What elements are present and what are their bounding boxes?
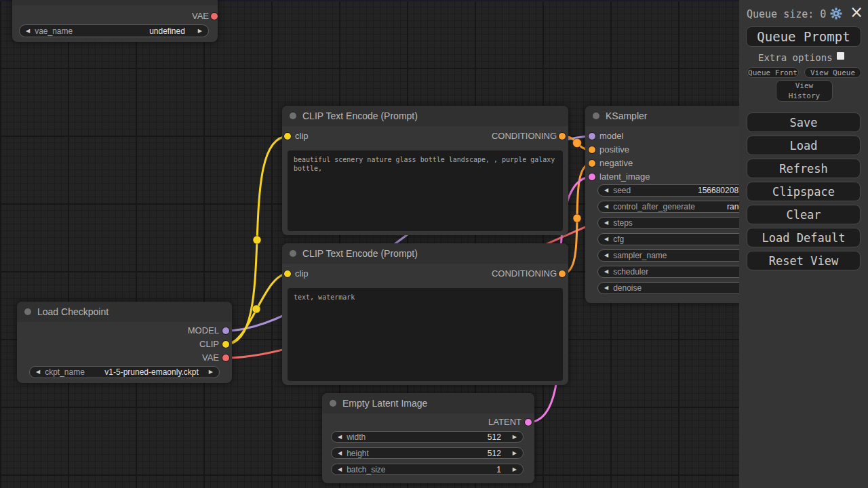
- output-slot-vae[interactable]: [211, 13, 218, 20]
- reset-view-button[interactable]: Reset View: [747, 251, 861, 270]
- widget-label: steps: [613, 218, 633, 228]
- input-slot-clip[interactable]: [284, 270, 291, 277]
- widget-label: batch_size: [347, 465, 385, 474]
- next-arrow-icon[interactable]: ▶: [513, 467, 517, 472]
- prev-arrow-icon[interactable]: ◀: [338, 434, 342, 440]
- prompt-textarea[interactable]: beautiful scenery nature glass bottle la…: [288, 150, 563, 231]
- queue-size-label: Queue size: 0: [747, 8, 826, 20]
- node-title-bar[interactable]: CLIP Text Encode (Prompt): [282, 106, 568, 126]
- node-title: Load Checkpoint: [37, 306, 108, 317]
- view-history-button[interactable]: View History: [776, 80, 833, 102]
- prev-arrow-icon[interactable]: ◀: [338, 451, 342, 456]
- queue-prompt-button[interactable]: Queue Prompt: [746, 26, 861, 47]
- collapse-dot-icon[interactable]: [593, 113, 599, 119]
- node-clip-text-encode-negative[interactable]: CLIP Text Encode (Prompt) clip CONDITION…: [282, 243, 568, 385]
- height-widget[interactable]: ◀ height 512 ▶: [331, 447, 524, 459]
- collapse-dot-icon[interactable]: [24, 308, 31, 315]
- next-arrow-icon[interactable]: ▶: [513, 451, 517, 456]
- vae-name-widget[interactable]: ◀ vae_name undefined ▶: [19, 24, 209, 37]
- width-widget[interactable]: ◀ width 512 ▶: [331, 431, 524, 443]
- prev-arrow-icon[interactable]: ◀: [604, 220, 608, 226]
- collapse-dot-icon[interactable]: [330, 400, 336, 407]
- output-label-conditioning: CONDITIONING: [492, 131, 557, 141]
- close-icon[interactable]: ×: [850, 3, 863, 22]
- wire-clip-positive: [226, 136, 288, 344]
- widget-label: vae_name: [35, 26, 73, 36]
- next-arrow-icon[interactable]: ▶: [198, 28, 202, 34]
- prev-arrow-icon[interactable]: ◀: [338, 467, 342, 472]
- widget-label: ckpt_name: [45, 367, 85, 377]
- collapse-dot-icon[interactable]: [290, 113, 296, 119]
- extra-options-label: Extra options: [758, 52, 833, 63]
- output-label-model: MODEL: [188, 326, 219, 336]
- input-slot-model[interactable]: [589, 133, 595, 140]
- widget-label: cfg: [613, 235, 624, 244]
- node-title-bar[interactable]: [12, 0, 218, 5]
- input-label-clip: clip: [295, 269, 309, 279]
- save-button[interactable]: Save: [747, 113, 861, 132]
- input-slot-negative[interactable]: [589, 160, 595, 167]
- prev-arrow-icon[interactable]: ◀: [604, 237, 608, 242]
- widget-label: scheduler: [613, 267, 648, 277]
- refresh-button[interactable]: Refresh: [747, 159, 861, 178]
- input-slot-positive[interactable]: [589, 146, 595, 153]
- input-label-positive: positive: [599, 145, 629, 155]
- widget-value: 1: [496, 465, 501, 474]
- node-title-bar[interactable]: Load Checkpoint: [17, 302, 232, 322]
- prev-arrow-icon[interactable]: ◀: [604, 188, 608, 193]
- output-slot-conditioning[interactable]: [559, 133, 566, 140]
- clear-button[interactable]: Clear: [747, 205, 861, 224]
- widget-label: width: [347, 432, 366, 442]
- widget-label: seed: [613, 186, 631, 195]
- prev-arrow-icon[interactable]: ◀: [604, 285, 608, 291]
- widget-label: control_after_generate: [613, 202, 695, 211]
- ckpt-name-widget[interactable]: ◀ ckpt_name v1-5-pruned-emaonly.ckpt ▶: [29, 366, 220, 378]
- collapse-dot-icon[interactable]: [290, 250, 296, 257]
- output-label-clip: CLIP: [199, 340, 219, 349]
- node-title: KSampler: [606, 110, 647, 121]
- output-slot-latent[interactable]: [525, 419, 532, 426]
- input-label-clip: clip: [295, 131, 309, 141]
- input-slot-clip[interactable]: [284, 133, 291, 140]
- input-slot-latent-image[interactable]: [589, 174, 595, 180]
- view-queue-button[interactable]: View Queue: [804, 67, 861, 78]
- node-load-checkpoint[interactable]: Load Checkpoint MODEL CLIP VAE ◀ ckpt_na…: [17, 302, 232, 383]
- node-load-vae[interactable]: VAE ◀ vae_name undefined ▶: [12, 0, 218, 42]
- node-empty-latent-image[interactable]: Empty Latent Image LATENT ◀ width 512 ▶ …: [322, 393, 534, 483]
- output-label-latent: LATENT: [488, 418, 521, 427]
- output-slot-vae[interactable]: [222, 354, 229, 361]
- next-arrow-icon[interactable]: ▶: [513, 434, 517, 440]
- prev-arrow-icon[interactable]: ◀: [604, 253, 608, 258]
- output-label-vae: VAE: [202, 353, 219, 363]
- load-button[interactable]: Load: [747, 136, 861, 155]
- widget-label: height: [347, 449, 369, 458]
- widget-label: denoise: [613, 283, 642, 293]
- prev-arrow-icon[interactable]: ◀: [604, 204, 608, 209]
- next-arrow-icon[interactable]: ▶: [209, 369, 213, 375]
- node-title-bar[interactable]: CLIP Text Encode (Prompt): [282, 243, 568, 264]
- wire-dot: [573, 139, 582, 148]
- clipspace-button[interactable]: Clipspace: [747, 182, 861, 201]
- output-slot-conditioning[interactable]: [559, 270, 566, 277]
- input-label-latent-image: latent_image: [599, 172, 650, 182]
- widget-value: 1566802087: [698, 186, 743, 195]
- input-label-model: model: [599, 131, 623, 141]
- node-clip-text-encode-positive[interactable]: CLIP Text Encode (Prompt) clip CONDITION…: [282, 106, 568, 235]
- batch-size-widget[interactable]: ◀ batch_size 1 ▶: [331, 464, 524, 475]
- comfyui-canvas[interactable]: VAE ◀ vae_name undefined ▶ CLIP Text Enc…: [0, 0, 868, 488]
- node-title-bar[interactable]: Empty Latent Image: [322, 393, 534, 413]
- settings-gear-icon[interactable]: [829, 7, 843, 20]
- node-title: Empty Latent Image: [342, 398, 427, 409]
- queue-front-button[interactable]: Queue Front: [747, 67, 799, 78]
- prev-arrow-icon[interactable]: ◀: [26, 28, 30, 34]
- extra-options-checkbox[interactable]: [837, 52, 844, 60]
- wire-clip-negative: [226, 274, 288, 344]
- menu-panel: Queue size: 0 × Queue Prompt Extra opt: [739, 0, 868, 488]
- prompt-textarea[interactable]: text, watermark: [288, 288, 563, 381]
- load-default-button[interactable]: Load Default: [747, 228, 861, 247]
- output-slot-model[interactable]: [222, 327, 229, 334]
- output-slot-clip[interactable]: [222, 341, 229, 348]
- prev-arrow-icon[interactable]: ◀: [36, 369, 40, 375]
- prev-arrow-icon[interactable]: ◀: [604, 269, 608, 274]
- node-title: CLIP Text Encode (Prompt): [302, 248, 418, 259]
